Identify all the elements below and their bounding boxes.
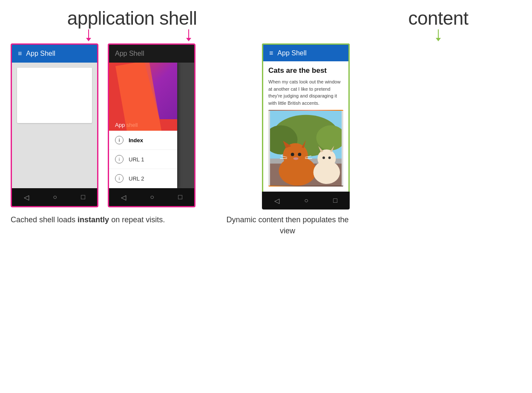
bottom-text-left: Cached shell loads instantly on repeat v… bbox=[11, 215, 198, 225]
back-btn-3[interactable]: ◁ bbox=[274, 197, 279, 205]
drawer-item-url2[interactable]: i URL 2 bbox=[109, 169, 177, 188]
phone1-wrapper: ≡ App Shell ◁ ○ □ bbox=[11, 43, 98, 207]
home-btn-1[interactable]: ○ bbox=[53, 193, 57, 201]
phone1-navbar: ≡ App Shell bbox=[12, 45, 97, 63]
screen-overlay bbox=[177, 63, 194, 188]
svg-point-12 bbox=[293, 158, 299, 160]
home-btn-2[interactable]: ○ bbox=[150, 193, 154, 201]
recent-btn-3[interactable]: □ bbox=[333, 197, 337, 204]
recent-btn-1[interactable]: □ bbox=[81, 193, 85, 201]
cat-svg bbox=[268, 110, 343, 186]
main-container: application shell content bbox=[0, 0, 532, 393]
info-icon-1: i bbox=[115, 136, 124, 144]
bottom-text-right: Dynamic content then populates the view bbox=[224, 215, 351, 236]
svg-rect-23 bbox=[268, 111, 270, 186]
app-shell-label: application shell bbox=[13, 8, 251, 29]
bottom-left-post: on repeat visits. bbox=[109, 215, 165, 224]
bottom-row: Cached shell loads instantly on repeat v… bbox=[0, 215, 532, 236]
content-label: content bbox=[374, 8, 502, 29]
svg-point-22 bbox=[328, 157, 331, 159]
phone2-navbar-bg: App Shell bbox=[109, 45, 194, 63]
info-icon-2: i bbox=[115, 155, 124, 164]
phone-group-left: ≡ App Shell ◁ ○ □ App Shell bbox=[11, 43, 262, 207]
phone1-bottom-bar: ◁ ○ □ bbox=[12, 188, 97, 206]
info-icon-3: i bbox=[115, 174, 124, 183]
drawer-label: App shell bbox=[109, 119, 177, 131]
article-text: When my cats look out the window at anot… bbox=[268, 78, 343, 106]
hamburger-icon-3: ≡ bbox=[269, 49, 273, 57]
svg-point-11 bbox=[298, 153, 301, 156]
phone3-bottom-bar: ◁ ○ □ bbox=[262, 192, 350, 209]
svg-point-18 bbox=[317, 149, 336, 168]
phone3-wrapper: ≡ App Shell Cats are the best When my ca… bbox=[262, 43, 350, 209]
phone3-body: Cats are the best When my cats look out … bbox=[262, 61, 350, 192]
svg-point-21 bbox=[322, 157, 325, 159]
labels-row: application shell content bbox=[0, 0, 532, 29]
hamburger-icon-1: ≡ bbox=[18, 50, 22, 57]
arrow-left bbox=[86, 29, 91, 41]
phone2-screen: App shell i Index i URL 1 bbox=[109, 63, 194, 188]
drawer-item-url1[interactable]: i URL 1 bbox=[109, 150, 177, 169]
svg-point-10 bbox=[291, 153, 294, 156]
phone3-header: ≡ App Shell bbox=[262, 43, 350, 61]
arrows-row bbox=[0, 29, 532, 42]
recent-btn-2[interactable]: □ bbox=[178, 193, 182, 201]
phone2-wrapper: App Shell App shell i bbox=[108, 43, 196, 207]
colorful-header: App shell bbox=[109, 63, 177, 131]
svg-rect-24 bbox=[342, 111, 343, 186]
phone1-title: App Shell bbox=[26, 50, 55, 57]
arrow-right bbox=[186, 29, 191, 41]
article-title: Cats are the best bbox=[268, 66, 343, 75]
bottom-left-pre: Cached shell loads bbox=[11, 215, 78, 224]
phones-section: ≡ App Shell ◁ ○ □ App Shell bbox=[0, 43, 532, 209]
drawer-item-index[interactable]: i Index bbox=[109, 131, 177, 150]
content-placeholder bbox=[17, 68, 92, 123]
phone-group-right: ≡ App Shell Cats are the best When my ca… bbox=[262, 43, 390, 209]
arrow-content bbox=[436, 29, 441, 41]
drawer-panel: App shell i Index i URL 1 bbox=[109, 63, 177, 188]
phone2-bottom-bar: ◁ ○ □ bbox=[109, 188, 194, 206]
drawer-menu: i Index i URL 1 i URL 2 bbox=[109, 131, 177, 188]
back-btn-2[interactable]: ◁ bbox=[121, 193, 126, 201]
back-btn-1[interactable]: ◁ bbox=[24, 193, 29, 201]
phone3-title: App Shell bbox=[277, 49, 307, 57]
cat-image bbox=[268, 110, 343, 186]
phone1-content bbox=[12, 63, 97, 188]
home-btn-3[interactable]: ○ bbox=[304, 197, 308, 204]
phone2-title: App Shell bbox=[115, 50, 144, 57]
bottom-left-bold: instantly bbox=[78, 215, 109, 224]
